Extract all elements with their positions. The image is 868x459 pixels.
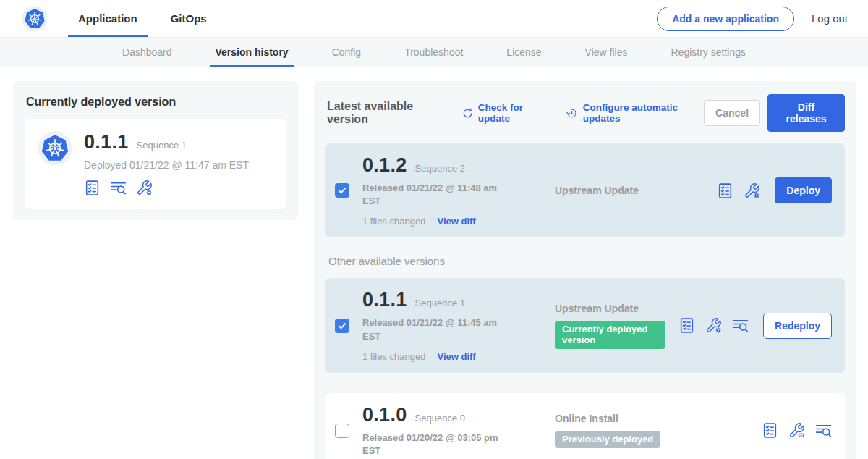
- checkmark-icon: [336, 320, 348, 332]
- edit-config-icon[interactable]: [705, 317, 722, 334]
- kots-admin-console: Application GitOps Add a new application…: [0, 0, 868, 459]
- sequence-label: Sequence 1: [415, 298, 465, 308]
- deployed-version-number: 0.1.1: [84, 131, 129, 153]
- edit-config-icon[interactable]: [744, 182, 760, 199]
- subnav-item-view-files[interactable]: View files: [563, 38, 650, 67]
- subnav-item-registry-settings[interactable]: Registry settings: [650, 38, 767, 67]
- deployed-sequence-label: Sequence 1: [137, 140, 187, 151]
- version-actions: Redeploy: [678, 313, 832, 339]
- view-config-icon[interactable]: [788, 422, 805, 439]
- add-application-button[interactable]: Add a new application: [657, 7, 794, 31]
- released-timestamp: Released 01/20/22 @ 03:05 pm EST: [362, 431, 516, 458]
- edit-config-icon[interactable]: [136, 180, 153, 196]
- version-number: 0.1.2: [362, 154, 407, 177]
- deployed-version-card: 0.1.1 Sequence 1 Deployed 01/21/22 @ 11:…: [25, 119, 286, 209]
- deployed-actions: [84, 180, 249, 196]
- view-logs-icon[interactable]: [815, 422, 832, 439]
- version-source: Upstream Update: [532, 185, 704, 196]
- clock-refresh-icon: [566, 107, 577, 119]
- version-checkbox[interactable]: [335, 183, 349, 198]
- latest-version-header: Latest available version Check for updat…: [327, 94, 845, 132]
- version-card-0-1-0: 0.1.0 Sequence 0 Released 01/20/22 @ 03:…: [326, 393, 845, 459]
- files-changed-label: 1 files changed: [362, 216, 425, 227]
- released-timestamp: Released 01/21/22 @ 11:45 am EST: [362, 316, 516, 342]
- version-history-panel: Latest available version Check for updat…: [314, 81, 856, 459]
- version-info: 0.1.2 Sequence 2 Released 01/21/22 @ 11:…: [362, 154, 519, 227]
- source-label: Upstream Update: [555, 185, 704, 196]
- configure-auto-updates-link[interactable]: Configure automatic updates: [566, 102, 704, 124]
- version-actions: Deploy: [717, 177, 832, 203]
- version-info: 0.1.1 Sequence 1 Released 01/21/22 @ 11:…: [362, 289, 519, 361]
- check-for-update-label: Check for update: [478, 102, 550, 124]
- deploy-button[interactable]: Deploy: [775, 177, 832, 203]
- currently-deployed-title: Currently deployed version: [26, 96, 285, 109]
- files-changed-label: 1 files changed: [362, 351, 425, 362]
- latest-version-title: Latest available version: [327, 100, 445, 126]
- released-timestamp: Released 01/21/22 @ 11:48 am EST: [362, 182, 516, 208]
- preflight-checklist-icon[interactable]: [717, 182, 733, 199]
- logout-link[interactable]: Log out: [812, 12, 848, 25]
- tab-application[interactable]: Application: [69, 0, 146, 37]
- subnav-item-config[interactable]: Config: [310, 38, 383, 67]
- subnav-item-dashboard[interactable]: Dashboard: [101, 38, 194, 67]
- preflight-checklist-icon[interactable]: [84, 180, 101, 196]
- previously-deployed-badge: Previously deployed: [555, 431, 660, 448]
- view-diff-link[interactable]: View diff: [437, 351, 475, 362]
- currently-deployed-panel: Currently deployed version 0.1.1 Sequenc…: [13, 81, 298, 220]
- subnav-item-troubleshoot[interactable]: Troubleshoot: [383, 38, 485, 67]
- refresh-icon: [462, 107, 473, 119]
- source-label: Online Install: [555, 413, 749, 424]
- header-actions: Add a new application Log out: [657, 7, 848, 31]
- version-checkbox[interactable]: [335, 319, 349, 333]
- configure-auto-updates-label: Configure automatic updates: [583, 102, 704, 124]
- version-card-0-1-1: 0.1.1 Sequence 1 Released 01/21/22 @ 11:…: [326, 278, 845, 372]
- view-logs-icon[interactable]: [732, 317, 749, 334]
- version-source: Online Install Previously deployed: [532, 413, 749, 448]
- tab-gitops-label: GitOps: [171, 12, 207, 25]
- version-source: Upstream Update Currently deployed versi…: [532, 303, 665, 349]
- kubernetes-logo-icon: [22, 6, 48, 32]
- check-for-update-link[interactable]: Check for update: [462, 102, 550, 124]
- main-content: Currently deployed version 0.1.1 Sequenc…: [0, 67, 868, 459]
- other-versions-title: Other available versions: [328, 255, 843, 267]
- version-checkbox[interactable]: [335, 424, 349, 438]
- sequence-label: Sequence 0: [415, 413, 465, 424]
- preflight-checklist-icon[interactable]: [762, 422, 778, 439]
- deployed-timestamp: Deployed 01/21/22 @ 11:47 am EST: [84, 159, 249, 171]
- version-number: 0.1.1: [362, 289, 407, 311]
- subnav-item-version-history[interactable]: Version history: [194, 38, 310, 67]
- tab-application-label: Application: [78, 12, 137, 25]
- source-label: Upstream Update: [555, 303, 665, 314]
- cancel-button[interactable]: Cancel: [704, 100, 760, 126]
- version-actions: [762, 422, 832, 439]
- version-info: 0.1.0 Sequence 0 Released 01/20/22 @ 03:…: [362, 404, 519, 458]
- preflight-checklist-icon[interactable]: [678, 317, 695, 334]
- subnav-item-license[interactable]: License: [485, 38, 563, 67]
- app-subnav: Dashboard Version history Config Trouble…: [0, 37, 868, 67]
- app-kubernetes-icon: [38, 131, 72, 166]
- sequence-label: Sequence 2: [415, 163, 465, 174]
- currently-deployed-badge: Currently deployed version: [555, 321, 665, 349]
- view-logs-icon[interactable]: [110, 180, 127, 196]
- app-tabs: Application GitOps: [69, 0, 231, 37]
- redeploy-button[interactable]: Redeploy: [763, 313, 832, 339]
- diff-releases-button[interactable]: Diff releases: [767, 94, 845, 132]
- top-nav: Application GitOps Add a new application…: [0, 0, 868, 37]
- checkmark-icon: [336, 185, 348, 196]
- deployed-version-details: 0.1.1 Sequence 1 Deployed 01/21/22 @ 11:…: [84, 131, 249, 196]
- version-number: 0.1.0: [362, 404, 407, 426]
- view-diff-link[interactable]: View diff: [437, 216, 475, 227]
- version-card-0-1-2: 0.1.2 Sequence 2 Released 01/21/22 @ 11:…: [326, 143, 845, 237]
- tab-gitops[interactable]: GitOps: [162, 0, 216, 37]
